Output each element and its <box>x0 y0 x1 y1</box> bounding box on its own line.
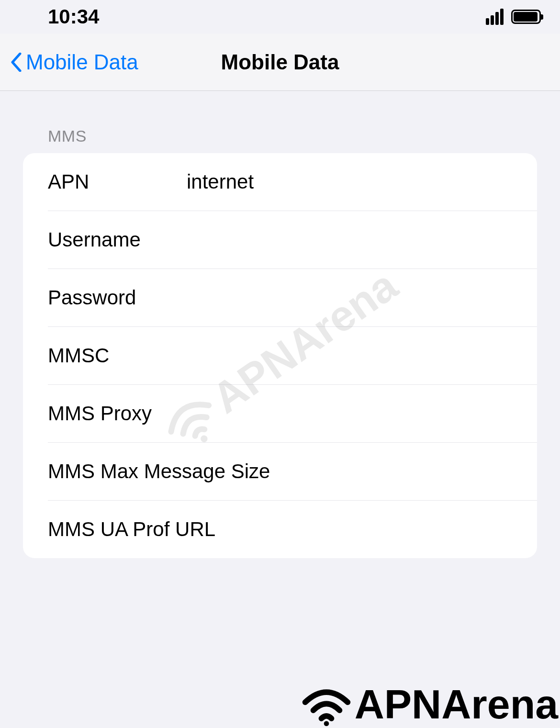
chevron-left-icon <box>11 53 22 72</box>
label-password: Password <box>48 286 187 309</box>
status-bar: 10:34 <box>0 0 560 34</box>
label-mms-proxy: MMS Proxy <box>48 402 187 425</box>
status-right <box>486 9 541 25</box>
content-area: MMS APN Username Password MMSC MMS Proxy <box>0 91 560 558</box>
row-mmsc[interactable]: MMSC <box>23 327 537 384</box>
settings-group-mms: APN Username Password MMSC MMS Proxy MMS… <box>23 153 537 558</box>
label-username: Username <box>48 228 187 251</box>
battery-icon <box>511 10 541 24</box>
svg-point-1 <box>324 721 329 726</box>
back-button[interactable]: Mobile Data <box>0 50 138 74</box>
footer-watermark-text: APNArena <box>355 681 558 728</box>
input-mms-proxy[interactable] <box>187 385 537 442</box>
page-title: Mobile Data <box>221 50 339 74</box>
label-mms-ua-prof-url: MMS UA Prof URL <box>48 518 215 541</box>
row-username[interactable]: Username <box>23 211 537 269</box>
footer-watermark: APNArena <box>300 681 560 728</box>
row-mms-ua-prof-url[interactable]: MMS UA Prof URL <box>23 501 537 558</box>
navigation-bar: Mobile Data Mobile Data <box>0 34 560 91</box>
row-mms-max-message-size[interactable]: MMS Max Message Size <box>23 443 537 500</box>
row-mms-proxy[interactable]: MMS Proxy <box>23 385 537 442</box>
wifi-icon <box>300 683 353 726</box>
section-header-mms: MMS <box>23 127 537 153</box>
back-label: Mobile Data <box>26 50 138 74</box>
input-mms-max-message-size[interactable] <box>270 443 537 500</box>
label-apn: APN <box>48 170 187 193</box>
input-apn[interactable] <box>187 153 537 211</box>
row-password[interactable]: Password <box>23 269 537 326</box>
status-time: 10:34 <box>48 5 99 28</box>
cellular-signal-icon <box>486 9 504 25</box>
label-mms-max-message-size: MMS Max Message Size <box>48 460 270 483</box>
row-apn[interactable]: APN <box>23 153 537 211</box>
input-password[interactable] <box>187 269 537 326</box>
input-username[interactable] <box>187 211 537 269</box>
input-mms-ua-prof-url[interactable] <box>215 501 537 558</box>
label-mmsc: MMSC <box>48 344 187 367</box>
input-mmsc[interactable] <box>187 327 537 384</box>
